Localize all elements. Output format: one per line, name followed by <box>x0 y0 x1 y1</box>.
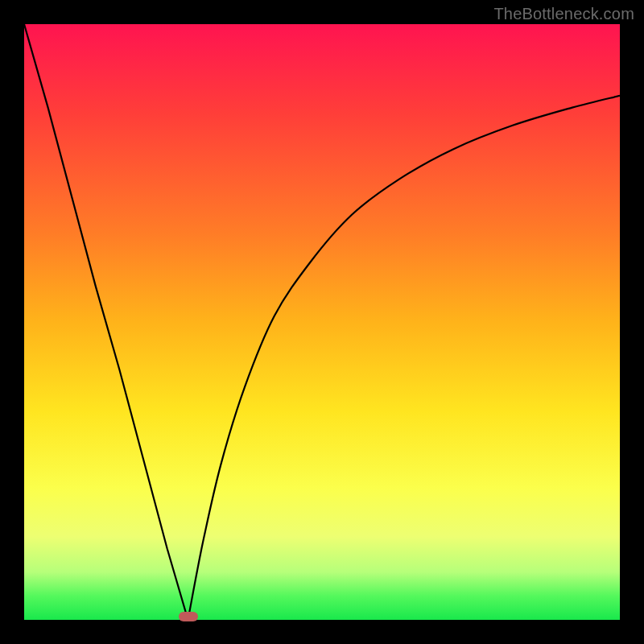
curve-left-branch <box>24 24 188 620</box>
watermark-text: TheBottleneck.com <box>493 5 634 23</box>
bottleneck-curve <box>24 24 620 620</box>
curve-right-branch <box>188 96 621 620</box>
optimal-marker <box>179 612 198 621</box>
chart-area <box>24 24 620 620</box>
